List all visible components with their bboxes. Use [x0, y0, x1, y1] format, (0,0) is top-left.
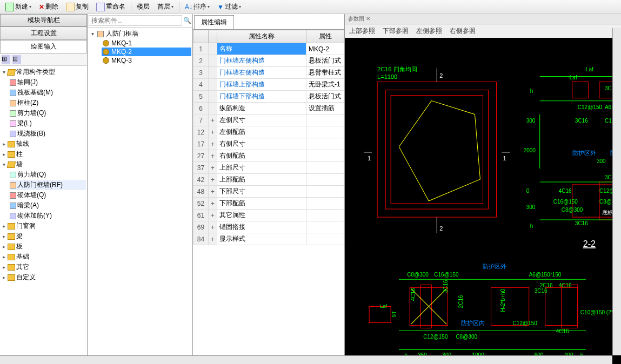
tree-foundation[interactable]: ▸基础	[1, 252, 86, 262]
prop-row[interactable]: 5门框墙下部构造悬板活门式	[193, 91, 344, 103]
prop-row[interactable]: 7+左侧尺寸	[193, 114, 344, 126]
tree-axis-net[interactable]: 轴网(J)	[10, 77, 86, 87]
tree-frame-col[interactable]: 框柱(Z)	[10, 98, 86, 108]
collapse-all-icon[interactable]: ⊟	[12, 55, 21, 64]
prop-row[interactable]: 3门框墙右侧构造悬臂带柱式	[193, 67, 344, 79]
svg-text:C8@300: C8@300	[562, 207, 583, 213]
tree-dark-beam[interactable]: 暗梁(A)	[10, 200, 86, 211]
svg-text:1: 1	[503, 155, 506, 161]
prop-row[interactable]: 84+显示样式	[193, 233, 344, 245]
svg-text:2C16: 2C16	[540, 282, 553, 288]
prop-row[interactable]: 1名称MKQ-2	[193, 43, 344, 55]
prop-row[interactable]: 27+右侧配筋	[193, 150, 344, 162]
svg-text:4C16: 4C16	[556, 328, 569, 334]
svg-text:防护区外: 防护区外	[572, 150, 596, 156]
sort-button[interactable]: A↓排序▾	[182, 1, 213, 12]
prop-row[interactable]: 17+右侧尺寸	[193, 138, 344, 150]
svg-rect-2	[391, 96, 483, 204]
prop-row[interactable]: 4门框墙上部构造无卧梁式-1	[193, 79, 344, 91]
svg-text:h: h	[530, 223, 533, 229]
prop-row[interactable]: 37+上部尺寸	[193, 162, 344, 174]
svg-text:C8@300: C8@300	[407, 272, 429, 278]
delete-button[interactable]: ✕删除	[36, 1, 62, 12]
cad-canvas[interactable]: 2C16 四角均同 L=1100 2 2 1 1	[345, 38, 621, 364]
svg-text:H-2*b+h0: H-2*b+h0	[500, 288, 506, 312]
new-button[interactable]: 新建▾	[2, 1, 35, 12]
tree-beam[interactable]: ▸梁	[1, 231, 86, 241]
prop-row[interactable]: 52+下部配筋	[193, 198, 344, 210]
vp-tab-left[interactable]: 左侧参照	[416, 26, 442, 36]
tree-wall[interactable]: ▾墙	[1, 159, 86, 170]
svg-text:300: 300	[526, 204, 536, 210]
svg-text:h: h	[530, 88, 533, 94]
svg-text:9T: 9T	[391, 311, 397, 318]
svg-text:Laf: Laf	[586, 66, 593, 72]
filter-button[interactable]: ▼过滤▾	[214, 1, 244, 12]
first-floor-button[interactable]: 首层▾	[154, 1, 177, 12]
svg-text:3C16: 3C16	[443, 280, 449, 293]
prop-row[interactable]: 42+上部配筋	[193, 174, 344, 186]
svg-rect-52	[562, 285, 578, 328]
prop-row[interactable]: 2门框墙左侧构造悬板活门式	[193, 55, 344, 67]
tree-masonry[interactable]: 砌体墙(Q)	[10, 190, 86, 200]
search-input[interactable]	[89, 15, 182, 26]
svg-text:1: 1	[368, 155, 371, 161]
tree-beam-l[interactable]: 梁(L)	[10, 118, 86, 129]
expand-all-icon[interactable]: ⊞	[2, 55, 10, 64]
prop-row[interactable]: 48+下部尺寸	[193, 186, 344, 198]
tree-shear-wall[interactable]: 剪力墙(Q)	[10, 108, 86, 118]
svg-text:2: 2	[439, 225, 443, 232]
rename-button[interactable]: 重命名	[93, 1, 129, 12]
prop-row[interactable]: 6纵筋构造设置插筋	[193, 103, 344, 114]
col-prop-name: 属性名称	[217, 30, 306, 43]
tree-raft[interactable]: 筏板基础(M)	[10, 87, 86, 98]
component-tree: ▾人防门框墙 MKQ-1 MKQ-2 MKQ-3	[88, 28, 192, 364]
horizontal-scrollbar[interactable]	[0, 355, 612, 364]
svg-text:C12@150: C12@150	[423, 334, 448, 340]
svg-text:300: 300	[526, 118, 536, 124]
tab-property-edit[interactable]: 属性编辑	[194, 15, 234, 29]
tree-shear-wall-q[interactable]: 剪力墙(Q)	[10, 170, 86, 180]
tree-door-frame[interactable]: 人防门框墙(RF)	[10, 180, 86, 190]
viewport-param-label: 参数图 ✕	[345, 14, 621, 24]
tree-common-types[interactable]: ▾常用构件类型	[1, 67, 86, 77]
prop-row[interactable]: 61+其它属性	[193, 210, 344, 221]
tree-column[interactable]: ▸柱	[1, 149, 86, 159]
svg-text:3C16: 3C16	[575, 220, 588, 226]
tree-masonry-reinf[interactable]: 砌体加筋(Y)	[10, 211, 86, 221]
svg-text:C16@150: C16@150	[553, 199, 578, 205]
vp-tab-top[interactable]: 上部参照	[349, 26, 375, 36]
comp-mkq3[interactable]: MKQ-3	[102, 56, 191, 65]
drawing-viewport: 参数图 ✕ 上部参照 下部参照 左侧参照 右侧参照	[345, 14, 621, 364]
property-panel: 属性编辑 属性名称 属性 1名称MKQ-22门框墙左侧构造悬板活门式3门框墙右侧…	[193, 14, 345, 364]
search-icon[interactable]: 🔍	[183, 17, 191, 24]
svg-text:C16@150: C16@150	[434, 272, 459, 278]
vertical-scrollbar[interactable]	[612, 28, 621, 355]
copy-button[interactable]: 复制	[63, 1, 92, 12]
tree-door-window[interactable]: ▸门窗洞	[1, 221, 86, 231]
comp-root[interactable]: ▾人防门框墙	[89, 29, 191, 39]
svg-text:2C16 四角均同: 2C16 四角均同	[377, 66, 417, 72]
vp-tab-bottom[interactable]: 下部参照	[383, 26, 409, 36]
prop-row[interactable]: 69+锚固搭接	[193, 221, 344, 233]
tree-slab[interactable]: ▸板	[1, 241, 86, 252]
tree-custom[interactable]: ▸自定义	[1, 272, 86, 282]
tree-cast-slab[interactable]: 现浇板(B)	[10, 129, 86, 139]
prop-row[interactable]: 12+左侧配筋	[193, 126, 344, 138]
svg-text:防护区内: 防护区内	[461, 320, 485, 326]
comp-mkq1[interactable]: MKQ-1	[102, 39, 191, 48]
comp-mkq2[interactable]: MKQ-2	[102, 48, 191, 56]
svg-text:4C16: 4C16	[559, 282, 572, 288]
svg-rect-1	[385, 90, 488, 209]
tree-other[interactable]: ▸其它	[1, 262, 86, 272]
tab-project-settings[interactable]: 工程设置	[0, 26, 87, 40]
component-panel: 🔍 ▾人防门框墙 MKQ-1 MKQ-2 MKQ-3	[88, 14, 193, 364]
floor-button[interactable]: 楼层	[133, 1, 153, 12]
svg-text:3C16: 3C16	[575, 118, 588, 124]
vp-tab-right[interactable]: 右侧参照	[450, 26, 476, 36]
svg-rect-0	[377, 82, 496, 217]
tree-axis[interactable]: ▸轴线	[1, 139, 86, 149]
tab-draw-input[interactable]: 绘图输入	[0, 40, 87, 53]
svg-text:Laf: Laf	[380, 304, 387, 309]
svg-text:A6@150*150: A6@150*150	[529, 272, 562, 278]
